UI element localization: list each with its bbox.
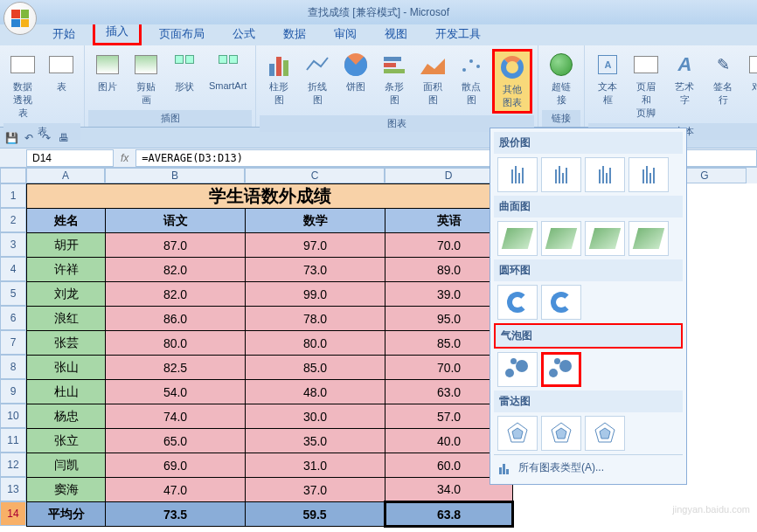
surface-chart-1[interactable] <box>541 221 581 256</box>
row-header-1[interactable]: 1 <box>0 183 26 208</box>
surface-chart-3[interactable] <box>629 221 669 256</box>
bubble-chart-1[interactable] <box>541 352 581 387</box>
stock-chart-2[interactable] <box>585 157 625 192</box>
tab-7[interactable]: 开发工具 <box>425 23 491 45</box>
name-box[interactable]: D14 <box>26 149 114 167</box>
svg-marker-5 <box>512 428 523 439</box>
svg-point-3 <box>476 65 480 68</box>
col-header-B[interactable]: B <box>105 168 245 183</box>
col-header-C[interactable]: C <box>245 168 385 183</box>
row-header-6[interactable]: 6 <box>0 306 26 330</box>
row-header-3[interactable]: 3 <box>0 232 26 257</box>
row-header-12[interactable]: 12 <box>0 453 26 477</box>
redo-icon[interactable]: ↷ <box>38 130 54 146</box>
row-header-2[interactable]: 2 <box>0 208 26 232</box>
ribbon-btn-剪贴画[interactable]: 剪贴画 <box>128 49 163 108</box>
row-header-10[interactable]: 10 <box>0 404 26 428</box>
other-charts-dropdown: 股价图曲面图圆环图气泡图雷达图所有图表类型(A)... <box>490 128 687 485</box>
stock-chart-1[interactable] <box>541 157 581 192</box>
ribbon-btn-签名行[interactable]: ✎签名行 <box>705 49 740 108</box>
tab-0[interactable]: 开始 <box>42 23 86 45</box>
surface-chart-0[interactable] <box>497 221 538 256</box>
print-icon[interactable]: 🖶 <box>56 130 72 146</box>
radar-chart-1[interactable] <box>541 416 581 451</box>
dd-cat-radar: 雷达图 <box>494 390 683 412</box>
ribbon-btn-折线图[interactable]: 折线图 <box>300 49 335 108</box>
row-header-13[interactable]: 13 <box>0 477 26 501</box>
svg-point-2 <box>469 59 473 63</box>
ribbon-btn-数据透视表[interactable]: 数据透视表 <box>5 49 40 121</box>
fx-icon[interactable]: fx <box>114 152 135 164</box>
row-header-9[interactable]: 9 <box>0 379 26 404</box>
svg-point-1 <box>462 68 466 72</box>
dd-cat-bubble: 气泡图 <box>494 323 683 349</box>
save-icon[interactable]: 💾 <box>3 130 19 146</box>
row-header-7[interactable]: 7 <box>0 330 26 355</box>
ribbon-btn-条形图[interactable]: 条形图 <box>377 49 412 108</box>
radar-chart-0[interactable] <box>497 416 538 451</box>
undo-icon[interactable]: ↶ <box>21 130 37 146</box>
bubble-chart-0[interactable] <box>497 352 538 387</box>
ribbon: 数据透视表表表图片剪贴画形状SmartArt插图柱形图折线图饼图条形图面积图散点… <box>0 45 757 128</box>
surface-chart-2[interactable] <box>585 221 625 256</box>
dd-cat-stock: 股价图 <box>494 132 683 154</box>
stock-chart-3[interactable] <box>629 157 669 192</box>
select-all-corner[interactable] <box>0 168 26 183</box>
donut-chart-0[interactable] <box>497 285 538 320</box>
tab-5[interactable]: 审阅 <box>323 23 367 45</box>
watermark: jingyan.baidu.com <box>672 504 750 515</box>
row-header-5[interactable]: 5 <box>0 281 26 306</box>
donut-chart-1[interactable] <box>541 285 581 320</box>
group-label: 链接 <box>542 110 580 127</box>
tab-4[interactable]: 数据 <box>273 23 316 45</box>
dd-cat-surface: 曲面图 <box>494 196 683 218</box>
ribbon-btn-文本框[interactable]: A文本框 <box>590 49 625 108</box>
ribbon-tabs: 开始插入页面布局公式数据审阅视图开发工具 <box>0 24 757 45</box>
ribbon-btn-超链接[interactable]: 超链接 <box>544 49 579 108</box>
ribbon-btn-SmartArt[interactable]: SmartArt <box>205 49 250 93</box>
ribbon-btn-对象[interactable]: 对象 <box>744 49 757 95</box>
ribbon-btn-表[interactable]: 表 <box>44 49 79 95</box>
radar-chart-2[interactable] <box>585 416 625 451</box>
stock-chart-0[interactable] <box>497 157 538 192</box>
ribbon-btn-其他图表[interactable]: 其他图表 <box>492 49 532 114</box>
row-header-8[interactable]: 8 <box>0 355 26 379</box>
row-header-4[interactable]: 4 <box>0 257 26 281</box>
svg-marker-0 <box>420 59 445 74</box>
dd-cat-donut: 圆环图 <box>494 259 683 281</box>
office-logo-icon <box>11 10 29 27</box>
row-headers: 1234567891011121314 <box>0 183 26 526</box>
window-title: 查找成绩 [兼容模式] - Microsof <box>308 5 449 20</box>
col-header-A[interactable]: A <box>26 168 105 183</box>
all-chart-types[interactable]: 所有图表类型(A)... <box>494 454 683 480</box>
ribbon-btn-柱形图[interactable]: 柱形图 <box>261 49 296 108</box>
tab-6[interactable]: 视图 <box>374 23 418 45</box>
svg-marker-9 <box>600 428 610 439</box>
titlebar: 查找成绩 [兼容模式] - Microsof <box>0 0 757 24</box>
group-label: 插图 <box>88 110 252 127</box>
ribbon-btn-艺术字[interactable]: A艺术字 <box>667 49 702 108</box>
ribbon-btn-页眉和页脚[interactable]: 页眉和页脚 <box>629 49 663 121</box>
ribbon-btn-散点图[interactable]: 散点图 <box>454 49 489 108</box>
tab-2[interactable]: 页面布局 <box>149 23 215 45</box>
ribbon-btn-形状[interactable]: 形状 <box>167 49 202 95</box>
data-table: 学生语数外成绩姓名语文数学英语胡开87.097.070.0许祥82.073.08… <box>26 183 514 528</box>
tab-3[interactable]: 公式 <box>222 23 266 45</box>
cells-grid[interactable]: 学生语数外成绩姓名语文数学英语胡开87.097.070.0许祥82.073.08… <box>26 183 514 528</box>
ribbon-btn-面积图[interactable]: 面积图 <box>415 49 450 108</box>
row-header-11[interactable]: 11 <box>0 428 26 453</box>
svg-marker-7 <box>556 428 566 439</box>
ribbon-btn-饼图[interactable]: 饼图 <box>338 49 373 95</box>
office-button[interactable] <box>3 2 37 35</box>
ribbon-btn-图片[interactable]: 图片 <box>90 49 125 95</box>
row-header-14[interactable]: 14 <box>0 501 26 526</box>
